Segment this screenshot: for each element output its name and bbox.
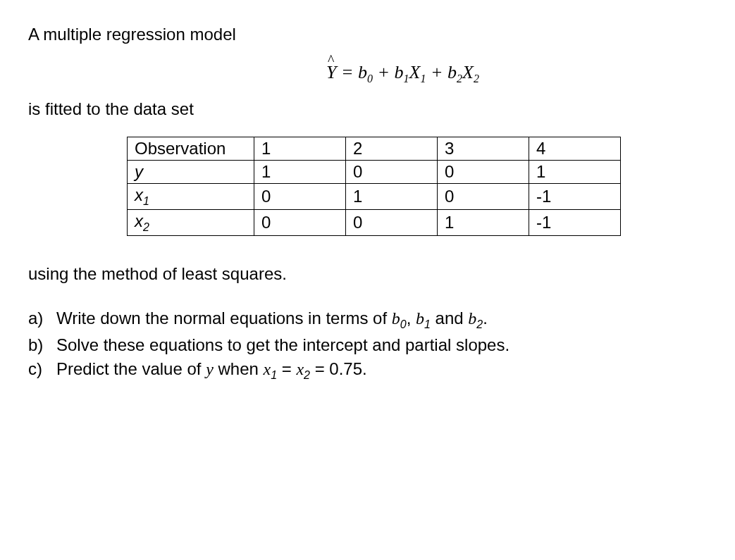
cell: 1 bbox=[254, 161, 346, 184]
cell: 0 bbox=[346, 209, 438, 235]
questions-list: a) Write down the normal equations in te… bbox=[28, 309, 707, 382]
cell: 0 bbox=[254, 184, 346, 210]
sub-2: 2 bbox=[457, 73, 462, 85]
question-a-letter: a) bbox=[28, 309, 56, 331]
row-x1-label: x1 bbox=[128, 184, 254, 210]
cell: 0 bbox=[346, 161, 438, 184]
y-hat: Y bbox=[326, 62, 336, 83]
table-row: x1 0 1 0 -1 bbox=[128, 184, 621, 210]
table-row: x2 0 0 1 -1 bbox=[128, 209, 621, 235]
header-observation: Observation bbox=[128, 137, 254, 161]
intro-text: A multiple regression model bbox=[28, 25, 707, 44]
cell: 1 bbox=[438, 209, 529, 235]
cell: -1 bbox=[529, 209, 621, 235]
sub-0: 0 bbox=[367, 73, 373, 85]
header-2: 2 bbox=[346, 137, 438, 161]
xsub-1: 1 bbox=[421, 73, 426, 85]
cell: -1 bbox=[529, 184, 621, 210]
sub-1: 1 bbox=[404, 73, 409, 85]
using-text: using the method of least squares. bbox=[21, 264, 707, 284]
row-y-label: y bbox=[128, 161, 254, 184]
question-c-text: Predict the value of y when x1 = x2 = 0.… bbox=[56, 359, 707, 382]
fitted-text: is fitted to the data set bbox=[28, 99, 707, 119]
cell: 1 bbox=[346, 184, 438, 210]
cell: 0 bbox=[254, 209, 346, 235]
eq-part: = b bbox=[337, 62, 368, 82]
cell: 0 bbox=[438, 184, 529, 210]
x1: X bbox=[409, 62, 421, 82]
question-a-text: Write down the normal equations in terms… bbox=[56, 309, 707, 331]
question-b: b) Solve these equations to get the inte… bbox=[28, 335, 707, 355]
plus-b1: + b bbox=[373, 62, 404, 82]
table-row: y 1 0 0 1 bbox=[128, 161, 621, 184]
cell: 1 bbox=[529, 161, 621, 184]
header-1: 1 bbox=[254, 137, 346, 161]
question-a: a) Write down the normal equations in te… bbox=[28, 309, 707, 331]
data-table-wrapper: Observation 1 2 3 4 y 1 0 0 1 x1 0 1 0 -… bbox=[28, 137, 707, 236]
plus-b2: + b bbox=[426, 62, 457, 82]
table-header-row: Observation 1 2 3 4 bbox=[128, 137, 621, 161]
question-c-letter: c) bbox=[28, 359, 56, 382]
cell: 0 bbox=[438, 161, 529, 184]
xsub-2: 2 bbox=[474, 73, 479, 85]
regression-equation: Y = b0 + b1X1 + b2X2 bbox=[28, 62, 707, 85]
question-c: c) Predict the value of y when x1 = x2 =… bbox=[28, 359, 707, 382]
data-table: Observation 1 2 3 4 y 1 0 0 1 x1 0 1 0 -… bbox=[127, 137, 621, 236]
header-4: 4 bbox=[529, 137, 621, 161]
question-b-letter: b) bbox=[28, 335, 56, 355]
x2: X bbox=[462, 62, 474, 82]
question-b-text: Solve these equations to get the interce… bbox=[56, 335, 707, 355]
row-x2-label: x2 bbox=[128, 209, 254, 235]
header-3: 3 bbox=[438, 137, 529, 161]
